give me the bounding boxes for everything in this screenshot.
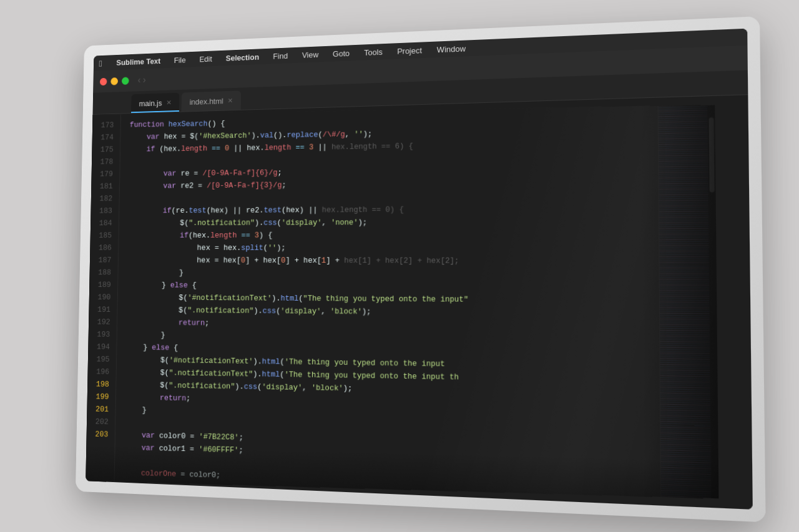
minimap[interactable]	[657, 105, 711, 498]
tab-index-html[interactable]: index.html ✕	[182, 90, 242, 111]
tab-index-html-close[interactable]: ✕	[228, 96, 233, 104]
selection-menu[interactable]: Selection	[223, 51, 262, 64]
line-num-190: 190	[89, 291, 111, 303]
line-num-191: 191	[89, 303, 110, 316]
view-menu[interactable]: View	[300, 48, 321, 60]
apple-menu[interactable]: 	[99, 58, 102, 68]
line-num-202: 202	[87, 415, 109, 428]
line-num-174: 174	[92, 131, 114, 143]
forward-arrow-icon[interactable]: ›	[143, 74, 146, 85]
line-num-178: 178	[92, 155, 114, 168]
find-menu[interactable]: Find	[271, 49, 290, 61]
edit-menu[interactable]: Edit	[197, 52, 215, 64]
code-line-183: if(hex.length == 3) {	[127, 228, 659, 241]
nav-arrows[interactable]: ‹ ›	[138, 74, 146, 85]
minimize-button[interactable]	[110, 77, 118, 84]
code-content[interactable]: function hexSearch() { var hex = $('#hex…	[114, 105, 660, 496]
line-num-187: 187	[90, 254, 112, 266]
line-num-186: 186	[90, 241, 112, 254]
line-num-179: 179	[91, 168, 113, 180]
back-arrow-icon[interactable]: ‹	[138, 74, 141, 85]
close-button[interactable]	[100, 77, 107, 85]
code-line-186: }	[127, 266, 659, 281]
tab-main-js-close[interactable]: ✕	[167, 99, 172, 106]
line-num-182: 182	[91, 192, 113, 205]
laptop-frame:  Sublime Text File Edit Selection Find …	[76, 16, 766, 522]
line-num-194: 194	[88, 341, 110, 353]
line-num-203: 203	[86, 427, 108, 440]
goto-menu[interactable]: Goto	[330, 47, 352, 59]
traffic-lights	[100, 76, 129, 85]
window-menu[interactable]: Window	[434, 42, 468, 55]
editor-area: 173 174 175 178 179 181 182 183 184 185 …	[86, 105, 718, 498]
code-line-184: hex = hex.split('');	[127, 241, 659, 254]
line-num-181: 181	[91, 180, 113, 192]
line-num-201: 201	[87, 402, 109, 415]
screen-bezel:  Sublime Text File Edit Selection Find …	[86, 28, 753, 509]
line-num-199: 199	[87, 390, 109, 403]
line-num-189: 189	[89, 278, 111, 291]
app-name-menu[interactable]: Sublime Text	[114, 55, 163, 68]
code-line-181: if(re.test(hex) || re2.test(hex) || hex.…	[128, 201, 659, 216]
tab-main-js[interactable]: main.js ✕	[131, 92, 180, 113]
tab-index-html-label: index.html	[190, 96, 223, 106]
line-num-193: 193	[89, 328, 110, 341]
maximize-button[interactable]	[122, 76, 129, 84]
minimap-content	[658, 105, 711, 498]
project-menu[interactable]: Project	[395, 44, 424, 57]
sublime-window: ‹ › main.js ✕ index.html ✕	[86, 45, 753, 509]
line-num-173: 173	[92, 118, 114, 131]
line-num-192: 192	[89, 316, 110, 328]
line-num-196: 196	[87, 365, 109, 378]
line-num-198: 198	[87, 377, 109, 390]
code-line-185: hex = hex[0] + hex[0] + hex[1] + hex[1] …	[127, 254, 659, 268]
code-line-182: $(".notification").css('display', 'none'…	[128, 215, 659, 229]
line-num-185: 185	[91, 229, 112, 241]
tools-menu[interactable]: Tools	[361, 46, 385, 58]
line-num-188: 188	[89, 266, 111, 279]
file-menu[interactable]: File	[172, 54, 188, 65]
line-num-183: 183	[91, 205, 112, 217]
line-num-195: 195	[88, 352, 110, 365]
line-num-184: 184	[91, 216, 112, 229]
tab-main-js-label: main.js	[139, 98, 162, 107]
line-num-175: 175	[92, 143, 114, 156]
